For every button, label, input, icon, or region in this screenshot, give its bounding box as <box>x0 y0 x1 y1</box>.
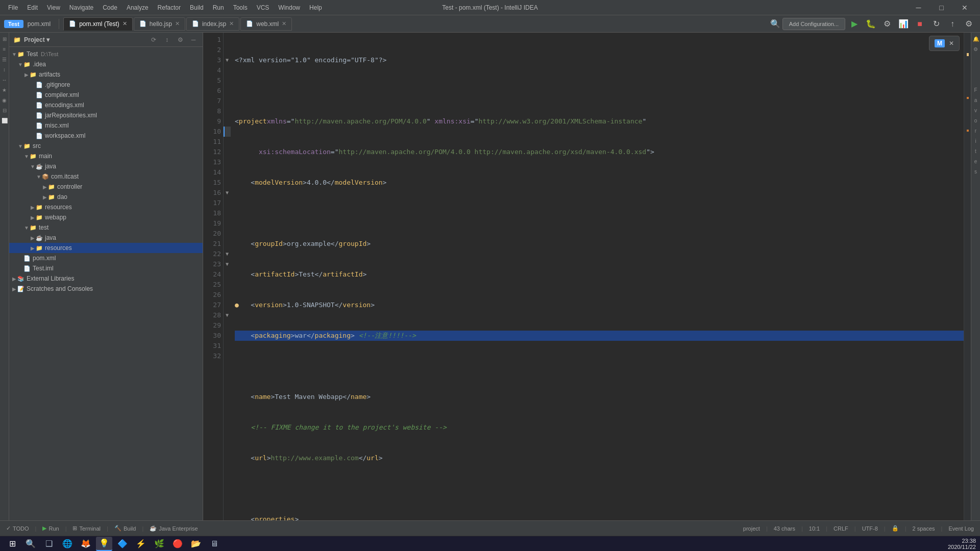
right-icon-9[interactable]: t <box>972 147 980 155</box>
left-icon-2[interactable]: ≡ <box>1 45 9 53</box>
stop-button[interactable]: ■ <box>913 17 927 31</box>
project-settings-button[interactable]: ⚙ <box>175 35 185 45</box>
left-icon-3[interactable]: ☰ <box>1 55 9 63</box>
menu-help[interactable]: Help <box>305 3 326 13</box>
menu-file[interactable]: File <box>4 3 22 13</box>
tree-item-test[interactable]: ▼ 📁 Test D:\Test <box>9 49 203 59</box>
left-icon-4[interactable]: ↕ <box>1 65 9 73</box>
maximize-button[interactable]: □ <box>930 0 953 15</box>
app1-taskbar-button[interactable]: 🔴 <box>169 537 186 551</box>
tree-item-compiler-xml[interactable]: 📄 compiler.xml <box>9 90 203 100</box>
edge-taskbar-button[interactable]: 🌐 <box>59 537 76 551</box>
tree-item-gitignore[interactable]: 📄 .gitignore <box>9 80 203 90</box>
position-status[interactable]: 10:1 <box>807 524 822 533</box>
menu-analyze[interactable]: Analyze <box>122 3 153 13</box>
right-icon-4[interactable]: a <box>972 96 980 104</box>
intellij-taskbar-button[interactable]: 💡 <box>96 537 112 551</box>
tree-item-resources-main[interactable]: ▶ 📁 resources <box>9 202 203 212</box>
left-icon-6[interactable]: ★ <box>1 86 9 94</box>
tab-web-xml-close[interactable]: ✕ <box>282 20 286 27</box>
menu-code[interactable]: Code <box>99 3 121 13</box>
left-icon-1[interactable]: ⊞ <box>1 35 9 43</box>
menu-build[interactable]: Build <box>186 3 208 13</box>
settings-button[interactable]: ⚙ <box>962 17 976 31</box>
minimize-button[interactable]: ─ <box>907 0 930 15</box>
terminal-status[interactable]: ⊞ Terminal <box>70 524 103 533</box>
tree-item-misc-xml[interactable]: 📄 misc.xml <box>9 120 203 131</box>
project-close-button[interactable]: ─ <box>188 35 199 45</box>
tree-item-main[interactable]: ▼ 📁 main <box>9 151 203 161</box>
gutter-3[interactable]: ▼ <box>224 55 231 65</box>
close-button[interactable]: ✕ <box>953 0 976 15</box>
add-configuration-button[interactable]: Add Configuration... <box>782 18 845 30</box>
task-view-button[interactable]: ❑ <box>41 537 57 551</box>
left-icon-8[interactable]: ⊟ <box>1 106 9 114</box>
left-icon-7[interactable]: ◉ <box>1 96 9 104</box>
project-sync-button[interactable]: ⟳ <box>149 35 159 45</box>
menu-tools[interactable]: Tools <box>229 3 252 13</box>
gutter-28[interactable]: ▼ <box>224 310 231 320</box>
run-status[interactable]: ▶ Run <box>40 524 61 533</box>
profile-button[interactable]: ⚙ <box>880 17 894 31</box>
code-area[interactable]: <?xml version="1.0" encoding="UTF-8"?> <… <box>231 33 964 520</box>
gutter-23[interactable]: ▼ <box>224 259 231 269</box>
right-icon-5[interactable]: v <box>972 106 980 114</box>
tree-item-resources-test[interactable]: ▶ 📁 resources <box>9 243 203 253</box>
menu-view[interactable]: View <box>43 3 64 13</box>
search-everywhere-icon[interactable]: 🔍 <box>770 19 780 29</box>
vcs-push-button[interactable]: ↑ <box>945 17 960 31</box>
right-icon-11[interactable]: s <box>972 167 980 176</box>
git-taskbar-button[interactable]: 🌿 <box>151 537 167 551</box>
tree-item-test-folder[interactable]: ▼ 📁 test <box>9 222 203 233</box>
line-ending-status[interactable]: CRLF <box>831 524 850 533</box>
tree-item-dao[interactable]: ▶ 📁 dao <box>9 192 203 202</box>
right-icon-1[interactable]: 🔔 <box>972 35 980 43</box>
jetbrains-taskbar-button[interactable]: 🔷 <box>114 537 131 551</box>
tab-index-jsp[interactable]: 📄 index.jsp ✕ <box>186 17 239 31</box>
start-button[interactable]: ⊞ <box>4 537 20 551</box>
event-log-status[interactable]: Event Log <box>946 524 976 533</box>
menu-edit[interactable]: Edit <box>23 3 42 13</box>
encoding-status[interactable]: UTF-8 <box>860 524 880 533</box>
tab-hello-jsp-close[interactable]: ✕ <box>175 20 180 27</box>
menu-vcs[interactable]: VCS <box>253 3 274 13</box>
tree-item-java-test[interactable]: ▶ ☕ java <box>9 233 203 243</box>
tab-index-jsp-close[interactable]: ✕ <box>229 20 234 27</box>
tree-item-controller[interactable]: ▶ 📁 controller <box>9 182 203 192</box>
tree-item-scratches[interactable]: ▶ 📝 Scratches and Consoles <box>9 284 203 294</box>
tree-item-idea[interactable]: ▼ 📁 .idea <box>9 59 203 69</box>
tree-item-external-libs[interactable]: ▶ 📚 External Libraries <box>9 273 203 284</box>
menu-window[interactable]: Window <box>274 3 304 13</box>
menu-navigate[interactable]: Navigate <box>65 3 97 13</box>
menu-run[interactable]: Run <box>209 3 228 13</box>
tree-item-src[interactable]: ▼ 📁 src <box>9 141 203 151</box>
tree-item-artifacts[interactable]: ▶ 📁 artifacts <box>9 69 203 80</box>
tree-item-test-iml[interactable]: 📄 Test.iml <box>9 263 203 273</box>
tree-item-webapp[interactable]: ▶ 📁 webapp <box>9 212 203 222</box>
app2-taskbar-button[interactable]: 📂 <box>188 537 204 551</box>
visual-studio-taskbar-button[interactable]: ⚡ <box>133 537 149 551</box>
left-icon-5[interactable]: ↔ <box>1 76 9 84</box>
java-enterprise-status[interactable]: ☕ Java Enterprise <box>148 524 200 533</box>
tree-item-jar-repos-xml[interactable]: 📄 jarRepositories.xml <box>9 110 203 120</box>
tree-item-workspace-xml[interactable]: 📄 workspace.xml <box>9 131 203 141</box>
gutter-22[interactable]: ▼ <box>224 249 231 259</box>
coverage-button[interactable]: 📊 <box>896 17 911 31</box>
right-icon-6[interactable]: o <box>972 116 980 124</box>
vcs-update-button[interactable]: ↻ <box>929 17 943 31</box>
notification-close[interactable]: ✕ <box>949 40 954 47</box>
spaces-status[interactable]: 2 spaces <box>911 524 937 533</box>
menu-refactor[interactable]: Refactor <box>154 3 185 13</box>
todo-status[interactable]: ✓ TODO <box>4 524 31 533</box>
tree-item-encodings-xml[interactable]: 📄 encodings.xml <box>9 100 203 110</box>
gutter-16[interactable]: ▼ <box>224 188 231 198</box>
left-icon-9[interactable]: ⬜ <box>1 116 9 124</box>
right-icon-8[interactable]: i <box>972 137 980 145</box>
tab-pom-xml[interactable]: 📄 pom.xml (Test) ✕ <box>63 17 133 31</box>
tab-hello-jsp[interactable]: 📄 hello.jsp ✕ <box>134 17 185 31</box>
search-taskbar-button[interactable]: 🔍 <box>22 537 39 551</box>
tree-item-com-itcast[interactable]: ▼ 📦 com.itcast <box>9 171 203 182</box>
run-button[interactable]: ▶ <box>847 17 862 31</box>
project-collapse-button[interactable]: ↕ <box>162 35 172 45</box>
right-icon-3[interactable]: F <box>972 86 980 94</box>
